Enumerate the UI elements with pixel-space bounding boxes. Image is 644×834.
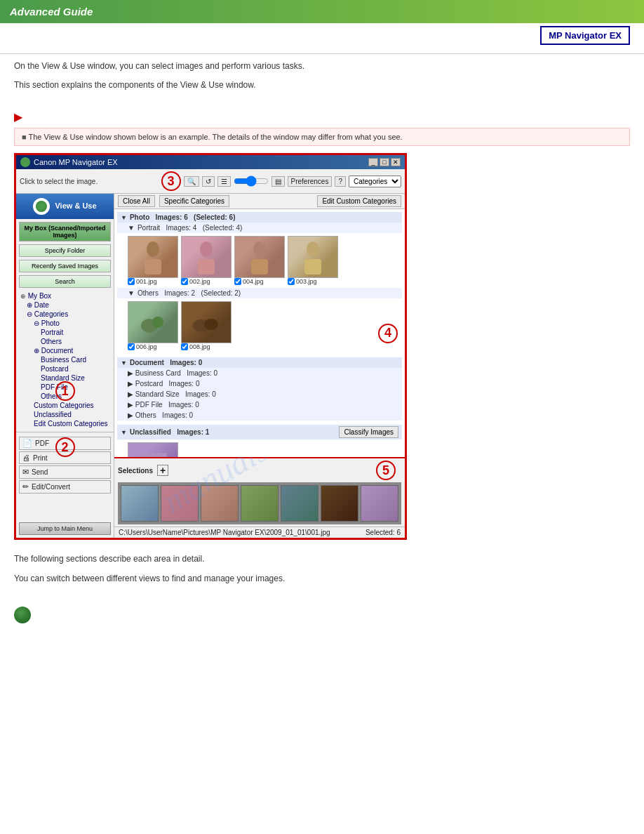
image-thumb-004[interactable]: 004.jpg <box>234 236 285 285</box>
photo-section-header[interactable]: ▼ Photo Images: 6 (Selected: 6) <box>117 212 402 223</box>
images-scroll-area[interactable]: 4 ▼ Photo Images: 6 (Selected: 6) ▼ Port… <box>114 209 405 457</box>
tree-edit-custom[interactable]: Edit Custom Categories <box>18 419 112 428</box>
refresh-icon[interactable]: ↺ <box>202 176 215 187</box>
svg-point-9 <box>152 317 163 328</box>
image-thumb-003[interactable]: 003.jpg <box>288 236 338 285</box>
thumb-img-008 <box>181 301 232 343</box>
app-titlebar-title-group: Canon MP Navigator EX <box>20 157 118 167</box>
photo-header-text: Photo Images: 6 (Selected: 6) <box>130 213 236 221</box>
zoom-icon[interactable]: 🔍 <box>184 176 199 187</box>
top-section: MP Navigator EX <box>0 23 644 54</box>
specify-folder-btn[interactable]: Specify Folder <box>19 244 111 257</box>
edit-custom-categories-btn[interactable]: Edit Custom Categories <box>317 195 401 207</box>
jump-to-main-menu-btn[interactable]: Jump to Main Menu <box>19 522 111 535</box>
minimize-button[interactable]: _ <box>368 158 378 166</box>
pdf-file-header[interactable]: ▶ PDF File Images: 0 <box>117 399 402 410</box>
bullet-section <box>14 605 630 623</box>
search-btn[interactable]: Search <box>19 275 111 288</box>
image-thumb-006[interactable]: 006.jpg <box>128 301 178 350</box>
standard-size-header[interactable]: ▶ Standard Size Images: 0 <box>117 389 402 399</box>
sel-thumb-3 <box>201 485 239 522</box>
thumb-img-006 <box>128 301 178 343</box>
sidebar-mode-label: View & Use <box>55 201 96 210</box>
send-btn[interactable]: ✉ Send <box>19 465 111 479</box>
tree-others-photo[interactable]: Others <box>18 337 112 346</box>
app-window-title: Canon MP Navigator EX <box>34 158 118 166</box>
thumb-check-006[interactable] <box>128 343 135 350</box>
unclassified-section: ▼ Unclassified Images: 1 Classify Images… <box>117 425 402 457</box>
number-label-5: 5 <box>376 461 396 480</box>
svg-point-2 <box>200 241 213 257</box>
preferences-btn[interactable]: Preferences <box>288 176 333 187</box>
svg-point-4 <box>253 241 266 257</box>
sidebar-separator <box>16 432 114 432</box>
image-thumb-007[interactable]: 007.pg <box>128 442 178 457</box>
edit-convert-btn[interactable]: ✏ Edit/Convert <box>19 480 111 494</box>
doc-arrow: ▼ <box>121 359 127 366</box>
thumb-label-004: 004.jpg <box>234 278 285 285</box>
others-doc-header[interactable]: ▶ Others Images: 0 <box>117 410 402 421</box>
number-label-1-container: 1 <box>55 381 75 401</box>
view-icon[interactable]: ☰ <box>217 176 231 187</box>
maximize-button[interactable]: □ <box>380 158 389 166</box>
tree-photo[interactable]: ⊖ Photo <box>18 319 112 328</box>
document-section-header[interactable]: ▼ Document Images: 0 <box>117 357 402 368</box>
recently-saved-btn[interactable]: Recently Saved Images <box>19 260 111 272</box>
tree-portrait[interactable]: Portrait <box>18 328 112 337</box>
thumb-img-001 <box>128 236 178 278</box>
thumb-filename-001: 001.jpg <box>136 278 157 285</box>
note-content: The View & Use window shown below is an … <box>29 133 403 141</box>
status-path: C:\Users\UserName\Pictures\MP Navigator … <box>119 529 330 536</box>
selections-thumbnails-strip <box>118 482 401 524</box>
tree-business-card[interactable]: Business Card <box>18 355 112 364</box>
close-button[interactable]: ✕ <box>391 158 401 166</box>
number-label-3: 3 <box>161 171 181 191</box>
classify-images-btn[interactable]: Classify Images <box>339 426 398 438</box>
thumb-check-004[interactable] <box>234 278 241 285</box>
selections-add-icon[interactable]: + <box>157 465 168 476</box>
bottom-content: The following sections describe each are… <box>0 545 644 597</box>
view-toggle-btn[interactable]: ▤ <box>271 176 285 187</box>
specific-categories-btn[interactable]: Specific Categories <box>159 195 229 207</box>
image-thumb-002[interactable]: 002.jpg <box>181 236 232 285</box>
edit-icon: ✏ <box>22 482 29 491</box>
sel-thumb-5 <box>281 485 318 522</box>
image-thumb-008[interactable]: 008.jpg <box>181 301 232 350</box>
thumb-check-002[interactable] <box>181 278 188 285</box>
send-btn-label: Send <box>32 468 48 476</box>
tree-document[interactable]: ⊕ Document <box>18 346 112 355</box>
close-all-btn[interactable]: Close All <box>118 195 155 207</box>
tree-custom-categories[interactable]: Custom Categories <box>18 401 112 410</box>
photo-arrow: ▼ <box>121 214 127 221</box>
categories-select[interactable]: Categories <box>349 176 401 187</box>
thumb-check-008[interactable] <box>181 343 188 350</box>
image-thumb-001[interactable]: 001.jpg <box>128 236 178 285</box>
help-btn[interactable]: ? <box>335 176 346 187</box>
unclassified-header[interactable]: ▼ Unclassified Images: 1 Classify Images <box>117 425 402 439</box>
number-label-1: 1 <box>55 381 75 401</box>
unclassified-header-text: Unclassified Images: 1 <box>130 428 209 436</box>
thumb-label-002: 002.jpg <box>181 278 232 285</box>
sidebar-nav-tree: ⊕ My Box ⊕ Date ⊖ Categories ⊖ Photo Por… <box>16 289 114 430</box>
thumb-check-001[interactable] <box>128 278 135 285</box>
business-card-header[interactable]: ▶ Business Card Images: 0 <box>117 368 402 378</box>
others-photo-arrow: ▼ <box>128 289 135 297</box>
tree-categories[interactable]: ⊖ Categories <box>18 310 112 319</box>
tree-unclassified[interactable]: Unclassified <box>18 410 112 419</box>
app-toolbar: Click to select the image. 3 🔍 ↺ ☰ ▤ Pre… <box>16 169 405 194</box>
print-icon: 🖨 <box>22 454 30 462</box>
postcard-header[interactable]: ▶ Postcard Images: 0 <box>117 378 402 389</box>
tree-postcard[interactable]: Postcard <box>18 364 112 373</box>
thumb-check-003[interactable] <box>288 278 295 285</box>
app-window: manualsarchive.com Canon MP Navigator EX… <box>14 153 407 540</box>
zoom-slider[interactable] <box>234 176 269 187</box>
svg-rect-1 <box>145 259 161 274</box>
header-bar: Advanced Guide <box>0 0 644 23</box>
unclassified-arrow: ▼ <box>121 429 127 436</box>
tree-date[interactable]: ⊕ Date <box>18 300 112 310</box>
portrait-header[interactable]: ▼ Portrait Images: 4 (Selected: 4) <box>117 223 402 233</box>
my-box-btn[interactable]: My Box (Scanned/Imported Images) <box>19 222 111 241</box>
others-photo-header[interactable]: ▼ Others Images: 2 (Selected: 2) <box>117 288 402 298</box>
bottom-para-2: You can switch between different views t… <box>14 572 630 585</box>
tree-mybox[interactable]: ⊕ My Box <box>18 291 112 300</box>
